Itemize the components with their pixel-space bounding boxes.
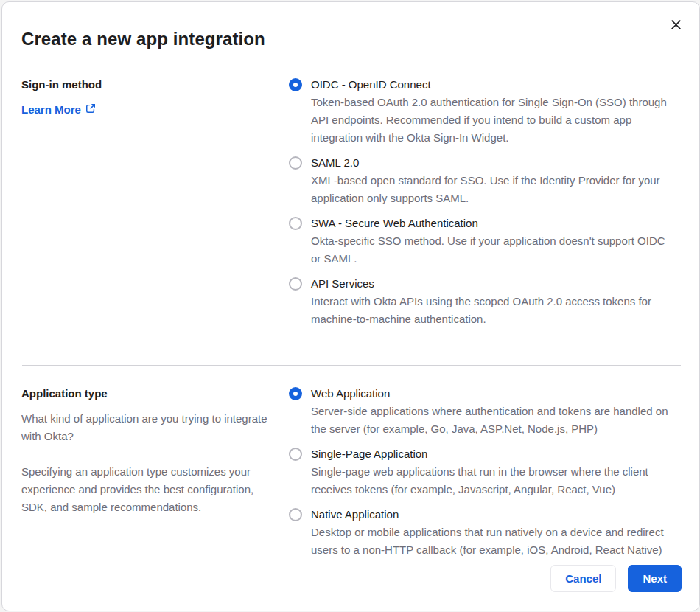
signin-method-left-column: Sign-in method Learn More <box>21 76 289 335</box>
radio-desc-api-services: Interact with Okta APIs using the scoped… <box>311 293 668 328</box>
radio-label-oidc: OIDC - OpenID Connect <box>311 76 668 94</box>
external-link-icon <box>85 101 96 119</box>
radio-option-native-application[interactable]: Native Application Desktop or mobile app… <box>289 506 668 559</box>
close-button[interactable] <box>668 18 683 33</box>
application-type-label: Application type <box>21 385 274 403</box>
radio-option-single-page-application[interactable]: Single-Page Application Single-page web … <box>289 445 668 498</box>
radio-icon-single-page-application[interactable] <box>289 448 302 461</box>
radio-label-single-page-application: Single-Page Application <box>311 445 668 463</box>
application-type-description-2: Specifying an application type customize… <box>21 463 274 516</box>
learn-more-link[interactable]: Learn More <box>21 101 96 119</box>
signin-method-section: Sign-in method Learn More <box>21 76 682 335</box>
section-divider <box>22 365 681 366</box>
signin-method-label: Sign-in method <box>21 76 274 94</box>
radio-option-oidc[interactable]: OIDC - OpenID Connect Token-based OAuth … <box>289 76 668 147</box>
radio-desc-single-page-application: Single-page web applications that run in… <box>311 463 668 498</box>
radio-icon-native-application[interactable] <box>289 508 302 521</box>
application-type-left-column: Application type What kind of applicatio… <box>21 385 289 566</box>
radio-label-swa: SWA - Secure Web Authentication <box>311 215 668 232</box>
radio-desc-oidc: Token-based OAuth 2.0 authentication for… <box>311 94 668 147</box>
dialog-content: Create a new app integration Sign-in met… <box>2 2 699 611</box>
signin-method-options: OIDC - OpenID Connect Token-based OAuth … <box>289 76 668 335</box>
close-icon <box>671 19 682 32</box>
radio-desc-swa: Okta-specific SSO method. Use if your ap… <box>311 232 668 268</box>
radio-option-swa[interactable]: SWA - Secure Web Authentication Okta-spe… <box>289 215 668 268</box>
radio-label-web-application: Web Application <box>311 385 668 403</box>
page-title: Create a new app integration <box>21 29 682 49</box>
learn-more-label: Learn More <box>21 101 81 119</box>
cancel-button[interactable]: Cancel <box>550 565 616 592</box>
application-type-description-1: What kind of application are you trying … <box>21 410 274 445</box>
radio-label-api-services: API Services <box>311 275 668 293</box>
next-button[interactable]: Next <box>628 565 682 592</box>
radio-icon-oidc[interactable] <box>289 78 302 91</box>
radio-option-api-services[interactable]: API Services Interact with Okta APIs usi… <box>289 275 668 328</box>
radio-icon-swa[interactable] <box>289 217 302 230</box>
radio-option-saml[interactable]: SAML 2.0 XML-based open standard for SSO… <box>289 154 668 207</box>
radio-option-web-application[interactable]: Web Application Server-side applications… <box>289 385 668 438</box>
radio-icon-api-services[interactable] <box>289 277 302 291</box>
application-type-options: Web Application Server-side applications… <box>289 385 668 566</box>
radio-desc-web-application: Server-side applications where authentic… <box>311 403 668 438</box>
radio-icon-web-application[interactable] <box>289 387 302 400</box>
dialog-footer: Cancel Next <box>550 565 682 592</box>
radio-icon-saml[interactable] <box>289 156 302 170</box>
radio-label-native-application: Native Application <box>311 506 668 524</box>
radio-desc-saml: XML-based open standard for SSO. Use if … <box>311 172 668 207</box>
create-app-integration-dialog: Create a new app integration Sign-in met… <box>1 1 700 611</box>
radio-desc-native-application: Desktop or mobile applications that run … <box>311 524 668 559</box>
application-type-section: Application type What kind of applicatio… <box>21 385 682 566</box>
radio-label-saml: SAML 2.0 <box>311 154 668 172</box>
